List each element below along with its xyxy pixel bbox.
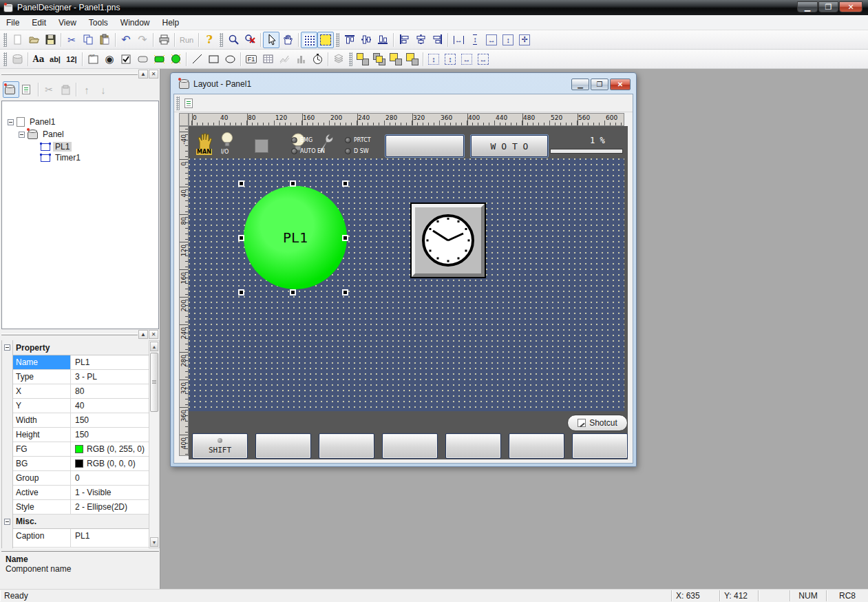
property-row[interactable]: X 80 xyxy=(13,384,149,399)
move-up-icon[interactable]: ↑ xyxy=(78,81,95,98)
tree-node-pl1[interactable]: PL1 xyxy=(41,141,72,152)
woto-button[interactable]: W O T O xyxy=(471,135,548,157)
selection-handle-n[interactable] xyxy=(290,180,296,187)
property-value[interactable]: PL1 xyxy=(71,529,149,547)
explorer-pane-header[interactable]: ▲ ✕ xyxy=(0,69,160,79)
function-button-4[interactable] xyxy=(382,433,438,459)
timer-clock-widget[interactable] xyxy=(410,203,486,278)
toolbar-grip[interactable] xyxy=(336,33,339,47)
align-right-icon[interactable] xyxy=(429,32,445,48)
paste-icon[interactable] xyxy=(96,32,113,48)
textbox-icon[interactable]: ab| xyxy=(47,51,63,68)
send-to-back-icon[interactable] xyxy=(404,51,421,68)
scroll-thumb[interactable] xyxy=(150,353,158,412)
auto-en-radio[interactable] xyxy=(291,148,297,154)
label-icon[interactable]: Aa xyxy=(30,51,47,68)
pane-grip[interactable] xyxy=(1,333,138,335)
layers-icon[interactable] xyxy=(330,51,347,68)
property-name[interactable]: Style xyxy=(13,500,71,514)
square-indicator[interactable] xyxy=(255,139,268,153)
grid-icon[interactable] xyxy=(301,32,317,48)
component-tree[interactable]: Panel1 Panel PL1 Timer1 xyxy=(1,101,159,329)
property-value[interactable]: 2 - Ellipse(2D) xyxy=(71,500,149,514)
ellipse-icon[interactable] xyxy=(222,51,238,68)
property-name[interactable]: Caption xyxy=(13,529,71,547)
property-value[interactable]: 0 xyxy=(71,471,149,485)
collapse-icon[interactable] xyxy=(4,519,10,525)
shotcut-button[interactable]: Shotcut xyxy=(567,415,628,431)
cut-icon[interactable]: ✂ xyxy=(63,32,80,48)
function-button-5[interactable] xyxy=(445,433,501,459)
property-row[interactable]: Style 2 - Ellipse(2D) xyxy=(13,500,149,515)
page-script-icon[interactable] xyxy=(182,95,198,112)
property-value[interactable]: 1 - Visible xyxy=(71,486,149,499)
menu-window[interactable]: Window xyxy=(114,16,156,30)
menu-view[interactable]: View xyxy=(52,16,83,30)
tree-node-panel[interactable]: Panel xyxy=(19,129,66,140)
menu-file[interactable]: File xyxy=(0,16,25,30)
layout-titlebar[interactable]: Layout - Panel1 ▁ ❐ ✕ xyxy=(173,75,633,93)
function-button-2[interactable] xyxy=(255,433,311,459)
design-surface[interactable]: PL1 xyxy=(189,158,624,411)
collapse-icon[interactable] xyxy=(4,344,10,351)
property-value[interactable]: 3 - PL xyxy=(71,370,149,384)
property-value[interactable]: RGB (0, 255, 0) xyxy=(71,442,149,456)
bg-color-swatch[interactable] xyxy=(75,459,83,468)
space-height2-icon[interactable]: ↕ xyxy=(442,51,458,68)
pl1-lamp[interactable]: PL1 xyxy=(244,186,347,289)
grid-fill-icon[interactable] xyxy=(317,32,334,48)
undo-icon[interactable]: ↶ xyxy=(118,32,134,48)
bring-to-front-icon[interactable] xyxy=(354,51,371,68)
tree-node-label[interactable]: Panel1 xyxy=(28,117,57,127)
align-bottom-icon[interactable] xyxy=(374,32,391,48)
space-width2-icon[interactable]: ↔ xyxy=(475,51,491,68)
collapse-icon[interactable] xyxy=(19,132,25,138)
tree-node-timer1[interactable]: Timer1 xyxy=(41,152,83,163)
selection-handle-ne[interactable] xyxy=(342,180,348,187)
align-top-icon[interactable] xyxy=(341,32,358,48)
collapse-icon[interactable] xyxy=(8,119,14,125)
function-button-6[interactable] xyxy=(509,433,564,459)
layout-restore-icon[interactable]: ❐ xyxy=(591,79,608,90)
property-row-caption[interactable]: Caption PL1 xyxy=(13,529,149,548)
property-row-fg[interactable]: FG RGB (0, 255, 0) xyxy=(13,442,149,457)
fg-color-swatch[interactable] xyxy=(75,445,83,453)
property-row[interactable]: Type 3 - PL xyxy=(13,370,149,384)
pane-grip[interactable] xyxy=(1,73,138,75)
function-button-7[interactable] xyxy=(572,433,628,459)
copy-icon[interactable] xyxy=(80,32,96,48)
tree-node-label-selected[interactable]: PL1 xyxy=(53,142,72,152)
property-section-misc[interactable]: Misc. xyxy=(13,515,149,529)
redo-icon[interactable]: ↷ xyxy=(134,32,151,48)
align-left-icon[interactable] xyxy=(396,32,412,48)
property-row[interactable]: Width 150 xyxy=(13,413,149,428)
property-name[interactable]: Active xyxy=(13,486,71,499)
property-value[interactable]: RGB (0, 0, 0) xyxy=(71,457,149,470)
bar-chart-icon[interactable] xyxy=(293,51,309,68)
space-height-icon[interactable]: ↕ xyxy=(425,51,442,68)
toolbar-grip[interactable] xyxy=(3,52,7,66)
property-row[interactable]: Active 1 - Visible xyxy=(13,486,149,500)
property-name[interactable]: Type xyxy=(13,370,71,384)
property-name[interactable]: Group xyxy=(13,471,71,485)
radio-icon[interactable]: ◉ xyxy=(101,51,118,68)
move-down-icon[interactable]: ↓ xyxy=(95,81,112,98)
menu-edit[interactable]: Edit xyxy=(25,16,52,30)
property-row[interactable]: Height 150 xyxy=(13,428,149,442)
align-middle-icon[interactable] xyxy=(358,32,374,48)
tree-node-label[interactable]: Timer1 xyxy=(53,153,83,163)
zoom-icon[interactable] xyxy=(225,32,242,48)
timer-icon[interactable] xyxy=(309,51,326,68)
rectangle-icon[interactable] xyxy=(205,51,222,68)
tree-node-panel1[interactable]: Panel1 xyxy=(8,116,57,127)
selection-handle-e[interactable] xyxy=(342,235,348,241)
script-view-icon[interactable] xyxy=(19,81,36,98)
blank-hmi-button[interactable] xyxy=(385,135,464,157)
scroll-down-icon[interactable]: ▼ xyxy=(150,537,158,547)
pane-collapse-icon[interactable]: ▲ xyxy=(138,70,148,79)
property-name[interactable]: FG xyxy=(13,442,71,456)
paste-component-icon[interactable] xyxy=(57,81,74,98)
size-both-icon[interactable]: ✢ xyxy=(516,32,533,48)
pane-collapse-icon[interactable]: ▲ xyxy=(138,330,148,339)
send-backward-icon[interactable] xyxy=(388,51,404,68)
